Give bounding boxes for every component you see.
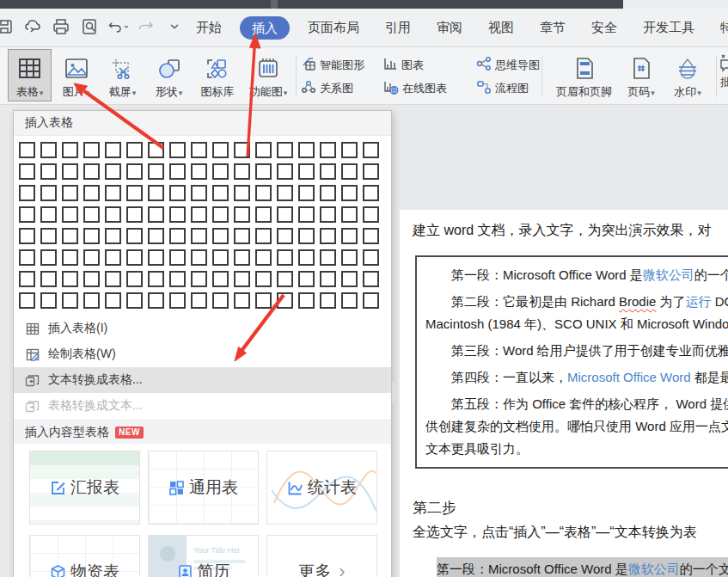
table-button[interactable]: 表格 bbox=[8, 49, 52, 101]
redo-icon[interactable] bbox=[135, 15, 157, 38]
table-size-cell[interactable] bbox=[169, 228, 186, 244]
table-size-cell[interactable] bbox=[126, 271, 143, 287]
table-size-cell[interactable] bbox=[83, 142, 100, 158]
table-size-cell[interactable] bbox=[105, 271, 121, 287]
table-size-cell[interactable] bbox=[83, 228, 100, 244]
table-size-cell[interactable] bbox=[40, 249, 57, 266]
table-size-cell[interactable] bbox=[126, 249, 143, 266]
table-size-cell[interactable] bbox=[234, 142, 250, 158]
table-size-cell[interactable] bbox=[40, 206, 57, 223]
table-size-cell[interactable] bbox=[148, 228, 164, 244]
table-size-cell[interactable] bbox=[277, 249, 293, 266]
header-footer-button[interactable]: 页眉和页脚 bbox=[552, 49, 616, 101]
flowchart-button[interactable]: 流程图 bbox=[476, 77, 562, 100]
table-size-cell[interactable] bbox=[126, 206, 143, 223]
tab-view[interactable]: 视图 bbox=[475, 9, 527, 46]
table-size-cell[interactable] bbox=[191, 185, 207, 201]
tab-home[interactable]: 开始 bbox=[183, 9, 235, 46]
table-size-cell[interactable] bbox=[83, 271, 100, 287]
table-size-cell[interactable] bbox=[62, 228, 78, 244]
table-size-cell[interactable] bbox=[40, 292, 57, 309]
shapes-button[interactable]: 形状 bbox=[147, 49, 191, 101]
table-size-cell[interactable] bbox=[105, 249, 121, 266]
table-size-cell[interactable] bbox=[169, 271, 186, 287]
table-size-cell[interactable] bbox=[83, 292, 100, 309]
table-size-cell[interactable] bbox=[40, 185, 57, 201]
card-report-table[interactable]: 汇报表 bbox=[29, 451, 140, 525]
table-size-cell[interactable] bbox=[277, 228, 293, 244]
table-size-cell[interactable] bbox=[169, 249, 186, 266]
table-size-cell[interactable] bbox=[341, 249, 358, 266]
table-size-cell[interactable] bbox=[191, 249, 207, 266]
table-size-cell[interactable] bbox=[105, 292, 121, 309]
table-size-cell[interactable] bbox=[191, 228, 207, 244]
table-size-cell[interactable] bbox=[40, 163, 57, 180]
table-size-cell[interactable] bbox=[212, 292, 229, 309]
output-icon[interactable] bbox=[21, 15, 44, 38]
table-size-cell[interactable] bbox=[341, 142, 358, 158]
table-size-cell[interactable] bbox=[255, 163, 272, 180]
card-materials-table[interactable]: 物资表 bbox=[29, 535, 140, 577]
table-size-cell[interactable] bbox=[234, 206, 250, 223]
table-size-cell[interactable] bbox=[255, 271, 272, 287]
table-size-cell[interactable] bbox=[234, 271, 250, 287]
table-size-cell[interactable] bbox=[169, 206, 186, 223]
table-size-cell[interactable] bbox=[62, 292, 78, 309]
table-size-cell[interactable] bbox=[341, 292, 358, 309]
table-size-cell[interactable] bbox=[19, 163, 35, 180]
function-diagram-button[interactable]: 功能图 bbox=[244, 49, 292, 101]
comment-button-partial[interactable]: 批 bbox=[720, 53, 728, 90]
table-size-cell[interactable] bbox=[212, 249, 229, 266]
table-size-cell[interactable] bbox=[40, 271, 57, 287]
menu-draw-table[interactable]: 绘制表格(W) bbox=[14, 341, 391, 367]
table-size-cell[interactable] bbox=[191, 271, 207, 287]
table-size-cell[interactable] bbox=[298, 185, 315, 201]
table-size-cell[interactable] bbox=[341, 228, 358, 244]
table-size-cell[interactable] bbox=[83, 185, 100, 201]
table-size-cell[interactable] bbox=[105, 163, 121, 180]
tab-special-partial[interactable]: 特 bbox=[707, 9, 728, 46]
table-size-cell[interactable] bbox=[105, 185, 121, 201]
table-size-cell[interactable] bbox=[169, 292, 186, 309]
table-size-cell[interactable] bbox=[234, 292, 250, 309]
table-size-cell[interactable] bbox=[363, 228, 379, 244]
table-size-cell[interactable] bbox=[169, 185, 186, 201]
table-size-cell[interactable] bbox=[212, 271, 229, 287]
card-stats-table[interactable]: 统计表 bbox=[266, 451, 377, 525]
table-size-cell[interactable] bbox=[105, 206, 121, 223]
table-size-cell[interactable] bbox=[62, 185, 78, 201]
table-size-cell[interactable] bbox=[126, 142, 143, 158]
table-size-cell[interactable] bbox=[126, 185, 143, 201]
tab-page-layout[interactable]: 页面布局 bbox=[295, 9, 372, 46]
table-size-cell[interactable] bbox=[341, 163, 358, 180]
table-size-cell[interactable] bbox=[363, 163, 379, 180]
table-size-cell[interactable] bbox=[19, 142, 35, 158]
table-size-cell[interactable] bbox=[320, 249, 336, 266]
table-size-cell[interactable] bbox=[363, 206, 379, 223]
table-size-cell[interactable] bbox=[169, 163, 186, 180]
table-size-cell[interactable] bbox=[126, 163, 143, 180]
card-more[interactable]: 更多 bbox=[266, 535, 377, 577]
table-size-cell[interactable] bbox=[212, 163, 229, 180]
table-size-cell[interactable] bbox=[148, 163, 164, 180]
document-page[interactable]: 建立 word 文档，录入文字，为突出演示效果，对 第一段：Microsoft … bbox=[400, 210, 728, 577]
chart-button[interactable]: 图表 bbox=[383, 53, 476, 77]
table-size-cell[interactable] bbox=[277, 206, 293, 223]
table-size-cell[interactable] bbox=[255, 228, 272, 244]
table-size-cell[interactable] bbox=[255, 249, 272, 266]
print-preview-icon[interactable] bbox=[78, 15, 101, 38]
table-size-cell[interactable] bbox=[298, 292, 315, 309]
undo-icon[interactable] bbox=[107, 15, 129, 38]
card-general-table[interactable]: 通用表 bbox=[148, 451, 259, 525]
table-size-cell[interactable] bbox=[40, 228, 57, 244]
table-size-cell[interactable] bbox=[148, 249, 164, 266]
table-size-cell[interactable] bbox=[191, 292, 207, 309]
table-size-cell[interactable] bbox=[255, 185, 272, 201]
table-size-cell[interactable] bbox=[320, 292, 336, 309]
table-size-cell[interactable] bbox=[255, 142, 272, 158]
table-size-cell[interactable] bbox=[341, 185, 358, 201]
print-icon[interactable] bbox=[50, 15, 72, 38]
table-size-cell[interactable] bbox=[363, 271, 379, 287]
table-size-cell[interactable] bbox=[277, 185, 293, 201]
table-size-cell[interactable] bbox=[363, 185, 379, 201]
